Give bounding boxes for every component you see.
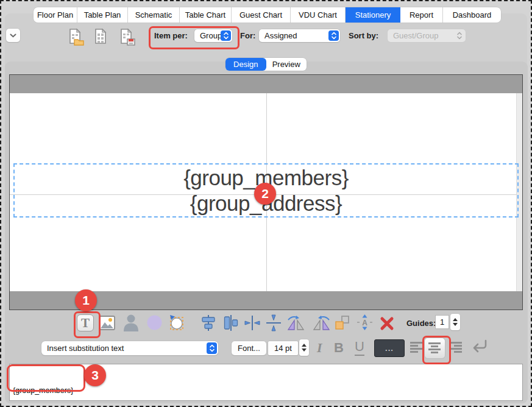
substitution-text-dropdown[interactable]: Insert substitution text [41,341,218,355]
align-text-left-icon [410,341,423,354]
rotate-right-button[interactable] [312,315,330,331]
item-per-value: Group [200,31,222,40]
select-tool-button[interactable] [168,314,185,331]
fit-text-button[interactable]: A [356,314,373,331]
tab-vdu-chart[interactable]: VDU Chart [291,7,346,23]
return-arrow-icon [471,338,488,355]
selection-handles-icon [168,314,185,331]
stationery-layout-button[interactable] [93,28,110,46]
design-segment[interactable]: Design [225,58,266,71]
callout-step-3: 3 [84,364,106,386]
tab-report[interactable]: Report [400,7,443,23]
sort-by-label: Sort by: [349,31,378,40]
insert-image-button[interactable] [99,316,115,330]
font-size-field[interactable]: 14 pt [268,341,298,355]
tab-table-chart[interactable]: Table Chart [180,7,232,23]
substitution-text-dropdown-value: Insert substitution text [47,344,124,353]
insert-line-break-button[interactable] [471,338,488,355]
callout-step-2: 2 [254,183,276,205]
tab-dashboard[interactable]: Dashboard [443,7,501,23]
insert-guest-button[interactable] [123,314,139,331]
stepper-down-icon [453,323,458,326]
callout-step-1: 1 [75,289,97,311]
collapse-sidebar-button[interactable] [6,29,20,42]
move-to-center-vertical-button[interactable] [266,314,282,331]
align-text-right-icon [449,341,463,354]
canvas-margin-top [10,75,522,93]
open-stationery-button[interactable] [67,28,84,46]
save-stationery-button[interactable] [119,28,136,46]
chevron-down-icon [10,34,16,38]
stepper-up-icon [302,344,307,347]
move-to-center-horizontal-button[interactable] [244,314,260,331]
item-per-label: Item per: [154,31,188,40]
underline-button[interactable]: U [355,339,364,356]
save-stationery-icon [119,28,136,46]
align-center-vertical-icon [223,314,239,331]
dropdown-stepper-icon [454,30,464,41]
stationery-layout-icon [93,28,110,46]
sort-by-dropdown: Guest/Group [388,29,466,42]
delete-button[interactable] [380,316,394,331]
main-tab-bar: Floor Plan Table Plan Schematic Table Ch… [34,7,501,23]
for-dropdown[interactable]: Assigned [259,29,340,42]
view-mode-segmented-control: Design Preview [225,58,307,71]
tab-table-plan[interactable]: Table Plan [77,7,128,23]
person-icon [123,314,139,331]
move-to-center-vertical-icon [266,314,282,331]
rotate-right-icon [312,315,330,331]
preview-segment[interactable]: Preview [266,58,307,71]
svg-text:A: A [362,319,367,327]
font-button[interactable]: Font... [232,341,266,355]
align-center-horizontal-icon [200,314,216,331]
dropdown-stepper-icon [207,342,217,354]
guides-stepper[interactable] [450,314,460,330]
fit-text-icon: A [356,314,373,331]
rotate-left-icon [287,315,305,331]
rotate-left-button[interactable] [287,315,305,331]
sort-by-value: Guest/Group [393,31,438,40]
dropdown-stepper-icon [328,30,339,41]
insert-shape-button[interactable] [147,315,162,330]
align-text-right-button[interactable] [449,341,463,354]
item-per-dropdown[interactable]: Group [194,29,232,42]
align-text-center-icon [428,342,441,355]
text-color-swatch-button[interactable]: ... [374,339,405,357]
dropdown-stepper-icon [221,30,231,41]
tab-stationery[interactable]: Stationery [346,7,400,23]
font-size-stepper[interactable] [299,339,309,356]
text-tool-icon: T [81,316,90,331]
guides-label: Guides: [406,319,436,328]
italic-button[interactable]: I [317,340,322,356]
move-to-center-horizontal-icon [244,314,260,331]
delete-x-icon [380,316,394,331]
arrange-order-button[interactable] [335,315,350,330]
arrange-order-icon [335,315,350,330]
circle-shape-icon [147,315,162,330]
editor-line1: {group_members} [13,386,73,396]
tab-guest-chart[interactable]: Guest Chart [232,7,291,23]
image-icon [99,316,115,330]
guides-count-field[interactable]: 1 [435,315,449,329]
stepper-down-icon [302,349,307,352]
stationery-window: Floor Plan Table Plan Schematic Table Ch… [0,0,532,407]
align-text-left-button[interactable] [410,341,423,354]
stepper-up-icon [453,318,458,321]
align-center-horizontal-button[interactable] [200,314,216,331]
text-tool-button[interactable]: T [77,314,94,331]
open-stationery-icon [67,28,84,46]
tab-schematic[interactable]: Schematic [128,7,180,23]
tab-floor-plan[interactable]: Floor Plan [34,7,77,23]
for-value: Assigned [264,31,297,40]
bold-button[interactable]: B [334,340,344,356]
for-label: For: [240,31,255,40]
align-center-vertical-button[interactable] [223,314,239,331]
